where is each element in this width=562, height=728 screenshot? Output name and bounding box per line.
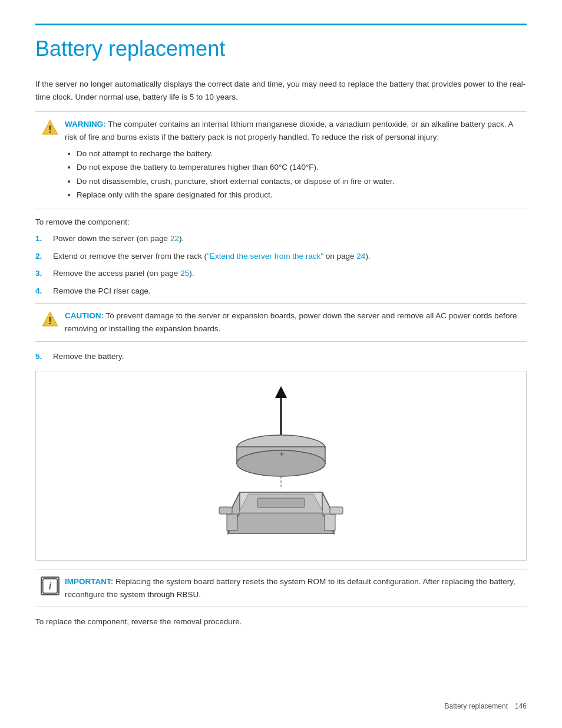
warning-icon: ! — [35, 118, 65, 136]
page-title: Battery replacement — [35, 36, 527, 61]
step-4-text: Remove the PCI riser cage. — [53, 285, 527, 298]
step-3: 3. Remove the access panel (on page 25). — [35, 267, 527, 280]
svg-rect-20 — [219, 507, 232, 514]
warning-bullet-1: Do not attempt to recharge the battery. — [77, 147, 527, 160]
important-svg-icon: i — [42, 577, 58, 595]
step-1-number: 1. — [35, 232, 53, 245]
step-3-text: Remove the access panel (on page 25). — [53, 267, 527, 280]
step-1-text: Power down the server (on page 22). — [53, 232, 527, 245]
caution-label: CAUTION: — [65, 311, 104, 320]
warning-block: ! WARNING: The computer contains an inte… — [35, 111, 527, 209]
footer-page: 146 — [515, 702, 527, 710]
top-rule — [35, 24, 527, 25]
step-1-link[interactable]: 22 — [170, 234, 179, 243]
important-icon-container: i — [35, 575, 65, 595]
step5-list: 5. Remove the battery. — [35, 350, 527, 363]
step-2-text: Extend or remove the server from the rac… — [53, 250, 527, 263]
warning-bullet-2: Do not expose the battery to temperature… — [77, 161, 527, 174]
svg-rect-16 — [227, 514, 237, 531]
caution-icon: ! — [35, 309, 65, 327]
svg-rect-18 — [257, 498, 305, 508]
step-4: 4. Remove the PCI riser cage. — [35, 285, 527, 298]
footer-section: Battery replacement — [445, 702, 508, 710]
step-3-link[interactable]: 25 — [180, 269, 189, 278]
important-content: IMPORTANT: Replacing the system board ba… — [65, 575, 527, 601]
step-5: 5. Remove the battery. — [35, 350, 527, 363]
important-label: IMPORTANT: — [65, 577, 113, 586]
svg-text:+: + — [279, 449, 284, 459]
warning-bullets: Do not attempt to recharge the battery. … — [77, 147, 527, 202]
important-text: Replacing the system board battery reset… — [65, 577, 515, 599]
triangle-caution-icon: ! — [42, 311, 58, 327]
step-2-link[interactable]: "Extend the server from the rack" — [207, 252, 323, 261]
step-5-text: Remove the battery. — [53, 350, 527, 363]
intro-text: If the server no longer automatically di… — [35, 78, 527, 103]
step-1: 1. Power down the server (on page 22). — [35, 232, 527, 245]
triangle-warning-icon: ! — [42, 119, 58, 136]
page-container: Battery replacement If the server no lon… — [0, 0, 562, 728]
svg-text:!: ! — [48, 124, 51, 134]
closing-text: To replace the component, reverse the re… — [35, 615, 527, 628]
step-5-number: 5. — [35, 350, 53, 363]
caution-block: ! CAUTION: To prevent damage to the serv… — [35, 303, 527, 341]
warning-bullet-4: Replace only with the spare designated f… — [77, 189, 527, 202]
caution-text: To prevent damage to the server or expan… — [65, 311, 517, 333]
warning-text: The computer contains an internal lithiu… — [65, 120, 513, 141]
warning-content: WARNING: The computer contains an intern… — [65, 118, 527, 203]
steps-list: 1. Power down the server (on page 22). 2… — [35, 232, 527, 297]
caution-content: CAUTION: To prevent damage to the server… — [65, 309, 527, 335]
step-4-number: 4. — [35, 285, 53, 298]
section-intro-label: To remove the component: — [35, 218, 527, 226]
step-3-number: 3. — [35, 267, 53, 280]
svg-rect-17 — [325, 514, 335, 531]
battery-illustration: + — [163, 383, 399, 548]
svg-text:i: i — [49, 581, 52, 591]
svg-marker-14 — [228, 513, 334, 533]
important-icon: i — [41, 577, 59, 595]
battery-image-container: + — [35, 371, 527, 561]
warning-label: WARNING: — [65, 120, 106, 129]
page-footer: Battery replacement 146 — [445, 702, 527, 710]
svg-rect-19 — [330, 507, 343, 514]
svg-text:!: ! — [48, 316, 51, 326]
important-block: i IMPORTANT: Replacing the system board … — [35, 569, 527, 607]
warning-bullet-3: Do not disassemble, crush, puncture, sho… — [77, 175, 527, 188]
step-2-page-link[interactable]: 24 — [356, 252, 365, 261]
step-2: 2. Extend or remove the server from the … — [35, 250, 527, 263]
svg-marker-5 — [275, 386, 287, 398]
step-2-number: 2. — [35, 250, 53, 263]
